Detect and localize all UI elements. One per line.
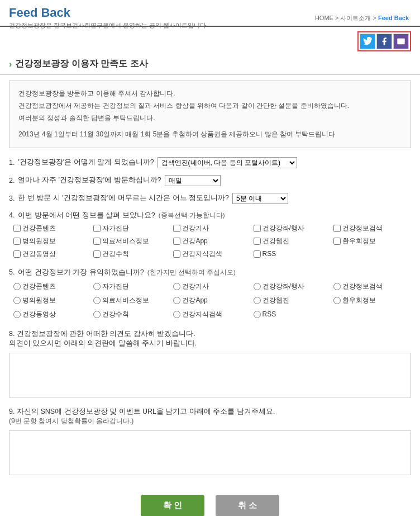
question-9: 9. 자신의 SNS에 건강정보광장 및 이벤트 URL을 남기고 아래에 주소… xyxy=(9,407,411,477)
q9-main-text: 자신의 SNS에 건강정보광장 및 이벤트 URL을 남기고 아래에 주소를 남… xyxy=(17,408,275,415)
q8-text1: 8. xyxy=(9,330,15,338)
breadcrumb-middle: 사이트소개 xyxy=(340,15,371,21)
q5-rb-1[interactable]: 건강콘텐츠 xyxy=(13,282,91,291)
q3-number: 3. xyxy=(9,195,15,202)
q5-rb-7[interactable]: 의료서비스정보 xyxy=(93,296,171,305)
question-2: 2. 얼마나 자주 '건강정보광장'에 방문하십니까? 매일 주 2~3회 주 … xyxy=(9,175,411,186)
q4-cb-13[interactable]: 건강지식검색 xyxy=(173,249,251,259)
q4-cb-3[interactable]: 건강기사 xyxy=(173,224,251,233)
q5-rb-2[interactable]: 자가진단 xyxy=(93,282,171,291)
info-box: 건강정보광장을 방문하고 이용해 주셔서 감사합니다. 건강정보광장에서 제공하… xyxy=(9,81,411,148)
q4-cb-14[interactable]: RSS xyxy=(254,249,331,259)
facebook-icon-top[interactable] xyxy=(376,34,392,49)
breadcrumb-home: HOME xyxy=(315,15,333,21)
q4-checkbox-grid: 건강콘텐츠 자가진단 건강기사 건강강좌/행사 건강정보검색 병의원정보 의료서… xyxy=(13,224,411,259)
info-line1: 건강정보광장을 방문하고 이용해 주셔서 감사합니다. xyxy=(18,88,402,100)
social-icons-top-area xyxy=(0,27,420,54)
email-icon-top[interactable] xyxy=(393,34,409,49)
q3-text: 한 번 방문 시 '건강정보광장'에 머무르는 시간은 어느 정도입니까? xyxy=(18,193,229,203)
q5-rb-5[interactable]: 건강정보검색 xyxy=(333,282,411,291)
question-5: 5. 어떤 건강정보가 가장 유익하였습니까? (한가지만 선택하여 주십시오)… xyxy=(9,268,411,319)
q2-number: 2. xyxy=(9,177,15,184)
q5-text: 어떤 건강정보가 가장 유익하였습니까? xyxy=(18,268,144,277)
info-line2: 건강정보광장에서 제공하는 건강정보의 질과 서비스 향상을 위하여 다음과 같… xyxy=(18,100,402,112)
q4-cb-5[interactable]: 건강정보검색 xyxy=(333,224,411,233)
q3-label: 3. 한 번 방문 시 '건강정보광장'에 머무르는 시간은 어느 정도입니까?… xyxy=(9,193,411,204)
q1-label: 1. '건강정보광장'은 어떻게 알게 되었습니까? 검색엔진(네이버, 다음 … xyxy=(9,157,411,168)
q5-radio-grid: 건강콘텐츠 자가진단 건강기사 건강강좌/행사 건강정보검색 병의원정보 의료서… xyxy=(13,282,411,319)
section-title-bar: › 건강정보광장 이용자 만족도 조사 xyxy=(0,54,420,75)
q5-rb-11[interactable]: 건강동영상 xyxy=(13,310,91,319)
q4-cb-10[interactable]: 환우회정보 xyxy=(333,236,411,246)
q5-label: 5. 어떤 건강정보가 가장 유익하였습니까? (한가지만 선택하여 주십시오) xyxy=(9,268,411,277)
q5-rb-6[interactable]: 병의원정보 xyxy=(13,296,91,305)
q5-rb-9[interactable]: 건강웹진 xyxy=(254,296,331,305)
survey-form: 1. '건강정보광장'은 어떻게 알게 되었습니까? 검색엔진(네이버, 다음 … xyxy=(0,157,420,477)
q3-select[interactable]: 5분 이내 5~10분 10~30분 30분~1시간 1시간 이상 xyxy=(232,193,288,204)
q4-cb-9[interactable]: 건강웹진 xyxy=(254,236,331,246)
info-line5: 2013년 4월 1일부터 11월 30일까지 매월 1회 5분을 추첨하여 상… xyxy=(18,129,402,141)
page-header: Feed Back 건강정보광장은 한국보건사회연구원에서 운영하는 공익 웹사… xyxy=(0,0,420,27)
q5-note: (한가지만 선택하여 주십시오) xyxy=(147,268,236,277)
form-buttons: 확 인 취 소 xyxy=(0,484,420,516)
q4-cb-8[interactable]: 건강App xyxy=(173,236,251,246)
breadcrumb-current: Feed Back xyxy=(378,15,409,21)
q8-textarea[interactable] xyxy=(9,353,411,397)
q5-rb-14[interactable]: RSS xyxy=(254,310,331,319)
q4-label: 4. 이번 방문에서 어떤 정보를 살펴 보았나요? (중복선택 가능합니다) xyxy=(9,211,411,220)
twitter-icon-top[interactable] xyxy=(360,34,375,49)
q4-cb-7[interactable]: 의료서비스정보 xyxy=(93,236,171,246)
section-title-text: 건강정보광장 이용자 만족도 조사 xyxy=(15,58,147,70)
q9-number: 9. xyxy=(9,408,15,415)
question-8: 8. 건강정보광장에 관한 어떠한 의견도 감사히 받겠습니다. 의견이 있으시… xyxy=(9,329,411,399)
question-4: 4. 이번 방문에서 어떤 정보를 살펴 보았나요? (중복선택 가능합니다) … xyxy=(9,211,411,259)
q1-text: '건강정보광장'은 어떻게 알게 되었습니까? xyxy=(18,158,154,167)
q8-main-text: 건강정보광장에 관한 어떠한 의견도 감사히 받겠습니다. xyxy=(17,330,195,338)
q9-text2: (9번 문항 참여시 당첨확률이 올라갑니다.) xyxy=(9,416,411,426)
q2-text: 얼마나 자주 '건강정보광장'에 방문하십니까? xyxy=(18,176,161,185)
q4-cb-12[interactable]: 건강수칙 xyxy=(93,249,171,259)
q2-select[interactable]: 매일 주 2~3회 주 1회 월 1~2회 가끔 xyxy=(165,175,221,186)
info-line3: 여러분의 정성과 솔직한 답변을 부탁드립니다. xyxy=(18,112,402,125)
q4-note: (중복선택 가능합니다) xyxy=(159,211,225,220)
q1-select[interactable]: 검색엔진(네이버, 다음 등의 포털사이트) 지인 추천 블로그/SNS 언론매… xyxy=(157,157,297,168)
q4-cb-2[interactable]: 자가진단 xyxy=(93,224,171,233)
social-icons-top-container xyxy=(357,31,411,51)
q4-cb-11[interactable]: 건강동영상 xyxy=(13,249,91,259)
q1-number: 1. xyxy=(9,159,15,167)
question-1: 1. '건강정보광장'은 어떻게 알게 되었습니까? 검색엔진(네이버, 다음 … xyxy=(9,157,411,168)
q9-text: 9. 자신의 SNS에 건강정보광장 및 이벤트 URL을 남기고 아래에 주소… xyxy=(9,407,411,416)
question-3: 3. 한 번 방문 시 '건강정보광장'에 머무르는 시간은 어느 정도입니까?… xyxy=(9,193,411,204)
cancel-button[interactable]: 취 소 xyxy=(216,495,279,516)
q4-number: 4. xyxy=(9,211,15,219)
q4-cb-4[interactable]: 건강강좌/행사 xyxy=(254,224,331,233)
section-arrow-icon: › xyxy=(9,59,12,69)
q5-rb-12[interactable]: 건강수칙 xyxy=(93,310,171,319)
q4-cb-6[interactable]: 병의원정보 xyxy=(13,236,91,246)
q8-text2: 의견이 있으시면 아래의 의견란에 말씀해 주시기 바랍니다. xyxy=(9,339,197,347)
confirm-button[interactable]: 확 인 xyxy=(141,495,204,516)
q2-label: 2. 얼마나 자주 '건강정보광장'에 방문하십니까? 매일 주 2~3회 주 … xyxy=(9,175,411,186)
q5-rb-3[interactable]: 건강기사 xyxy=(173,282,251,291)
q5-rb-13[interactable]: 건강지식검색 xyxy=(173,310,251,319)
q5-number: 5. xyxy=(9,268,15,276)
q5-rb-10[interactable]: 환우회정보 xyxy=(333,296,411,305)
q4-text: 이번 방문에서 어떤 정보를 살펴 보았나요? xyxy=(18,211,155,220)
q5-rb-8[interactable]: 건강App xyxy=(173,296,251,305)
q4-cb-1[interactable]: 건강콘텐츠 xyxy=(13,224,91,233)
q9-textarea[interactable] xyxy=(9,430,411,475)
q5-rb-4[interactable]: 건강강좌/행사 xyxy=(254,282,331,291)
